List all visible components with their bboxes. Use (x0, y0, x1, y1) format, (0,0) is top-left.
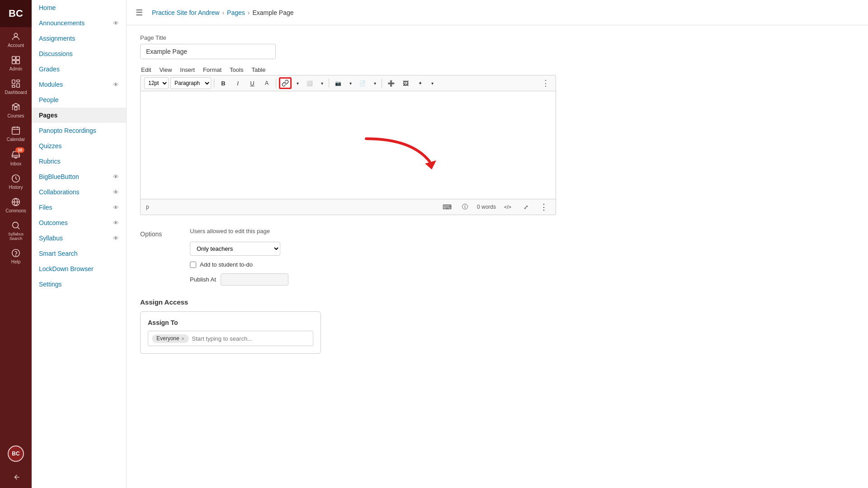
collaborations-eye-icon: 👁 (113, 189, 119, 196)
commons-icon (11, 197, 21, 207)
rail-item-history[interactable]: History (0, 169, 32, 192)
underline-button[interactable]: U (246, 77, 259, 89)
admin-icon (11, 55, 21, 65)
everyone-tag-remove[interactable]: × (181, 335, 185, 342)
rail-item-commons[interactable]: Commons (0, 192, 32, 216)
text-color-button[interactable]: A (260, 77, 273, 89)
rail-item-inbox[interactable]: 10 Inbox (0, 145, 32, 169)
breadcrumb-sep2: › (248, 9, 250, 16)
nav-assignments[interactable]: Assignments (32, 31, 126, 46)
publish-at-row: Publish At (190, 273, 288, 286)
options-label: Options (140, 228, 176, 238)
student-todo-checkbox[interactable] (190, 262, 196, 268)
italic-button[interactable]: I (231, 77, 244, 89)
accessibility-button[interactable]: ✦ (414, 77, 426, 89)
student-todo-label: Add to student to-do (200, 261, 253, 268)
editor-toolbar: 12pt14pt18pt ParagraphHeading 1Heading 2… (140, 75, 556, 91)
svg-rect-6 (17, 80, 19, 82)
nav-syllabus[interactable]: Syllabus 👁 (32, 230, 126, 246)
embed-dropdown-button[interactable]: ▾ (318, 77, 326, 89)
word-count: 0 words (477, 204, 496, 210)
link-icon (282, 80, 289, 87)
rail-item-account-label: Account (8, 43, 24, 48)
menu-table[interactable]: Table (251, 66, 265, 73)
nav-settings[interactable]: Settings (32, 277, 126, 292)
rail-item-courses[interactable]: Courses (0, 98, 32, 121)
toolbar-sep-4 (382, 79, 382, 88)
more-options-button[interactable]: ⋮ (539, 77, 552, 89)
bold-button[interactable]: B (217, 77, 230, 89)
nav-modules[interactable]: Modules 👁 (32, 77, 126, 92)
rail-item-dashboard[interactable]: Dashboard (0, 74, 32, 98)
html-source-button[interactable]: </> (501, 201, 514, 213)
nav-bigbluebutton[interactable]: BigBlueButton 👁 (32, 169, 126, 184)
link-dropdown-button[interactable]: ▾ (293, 77, 302, 89)
document-button[interactable]: 📄 (356, 77, 369, 89)
breadcrumb-site[interactable]: Practice Site for Andrew (152, 9, 219, 16)
main-area: ☰ Practice Site for Andrew › Pages › Exa… (127, 0, 868, 488)
accessibility-checker-button[interactable]: ⓘ (459, 201, 472, 213)
breadcrumb-section[interactable]: Pages (227, 9, 245, 16)
svg-point-13 (13, 222, 19, 228)
everyone-tag: Everyone × (152, 334, 189, 343)
paragraph-style-select[interactable]: ParagraphHeading 1Heading 2 (170, 77, 211, 89)
nav-rubrics[interactable]: Rubrics (32, 154, 126, 169)
assign-box: Assign To Everyone × (140, 311, 321, 354)
rail-item-admin[interactable]: Admin (0, 51, 32, 74)
rail-item-help[interactable]: Help (0, 244, 32, 267)
document-dropdown-button[interactable]: ▾ (371, 77, 379, 89)
svg-rect-10 (12, 127, 20, 135)
editor-wrap: Edit View Insert Format Tools Table 12pt… (140, 66, 556, 215)
users-allowed-select[interactable]: Only teachers Teachers and students Anyo… (190, 242, 280, 256)
nav-pages[interactable]: Pages (32, 108, 126, 123)
rail-collapse[interactable] (0, 468, 32, 484)
rail-item-account[interactable]: Account (0, 27, 32, 51)
embed-button[interactable]: ⬜ (303, 77, 316, 89)
rail-item-calendar[interactable]: Calendar (0, 121, 32, 145)
editor-path-text: p (146, 204, 149, 210)
editor-body[interactable] (140, 91, 556, 199)
menu-insert[interactable]: Insert (180, 66, 195, 73)
nav-lockdown-browser[interactable]: LockDown Browser (32, 261, 126, 277)
content-button[interactable]: ➕ (385, 77, 397, 89)
more-footer-button[interactable]: ⋮ (538, 201, 550, 213)
rail-item-dashboard-label: Dashboard (5, 90, 27, 95)
everyone-tag-label: Everyone (156, 335, 179, 342)
media-button[interactable]: 📷 (332, 77, 344, 89)
accessibility-dropdown-button[interactable]: ▾ (428, 77, 436, 89)
nav-quizzes[interactable]: Quizzes (32, 138, 126, 154)
nav-home[interactable]: Home (32, 0, 126, 15)
menu-edit[interactable]: Edit (141, 66, 151, 73)
nav-files[interactable]: Files 👁 (32, 200, 126, 215)
menu-format[interactable]: Format (203, 66, 222, 73)
assign-search-input[interactable] (192, 335, 309, 342)
nav-people[interactable]: People (32, 92, 126, 108)
keyboard-shortcut-button[interactable]: ⌨ (441, 201, 453, 213)
toolbar-sep-2 (276, 79, 276, 88)
rail-item-courses-label: Courses (7, 113, 24, 118)
fullscreen-button[interactable]: ⤢ (519, 201, 532, 213)
link-button[interactable] (279, 77, 292, 89)
menu-tools[interactable]: Tools (230, 66, 243, 73)
menu-view[interactable]: View (159, 66, 172, 73)
avatar[interactable]: BC (8, 446, 24, 462)
nav-collaborations[interactable]: Collaborations 👁 (32, 184, 126, 200)
nav-discussions[interactable]: Discussions (32, 46, 126, 61)
image-button[interactable]: 🖼 (399, 77, 412, 89)
nav-announcements[interactable]: Announcements 👁 (32, 15, 126, 31)
rail-user-avatar[interactable]: BC (0, 441, 32, 465)
publish-at-input[interactable] (221, 273, 288, 286)
nav-grades[interactable]: Grades (32, 61, 126, 77)
font-size-select[interactable]: 12pt14pt18pt (144, 77, 169, 89)
assign-access-title: Assign Access (140, 298, 556, 306)
nav-outcomes[interactable]: Outcomes 👁 (32, 215, 126, 230)
rail-item-syllabus-search[interactable]: Syllabus Search (0, 216, 32, 244)
nav-panopto[interactable]: Panopto Recordings (32, 123, 126, 138)
nav-smart-search[interactable]: Smart Search (32, 246, 126, 261)
hamburger-menu[interactable]: ☰ (136, 8, 143, 18)
rail-item-help-label: Help (11, 259, 21, 264)
page-title-input[interactable] (140, 44, 276, 59)
users-allowed-label: Users allowed to edit this page (190, 228, 288, 235)
rail-item-history-label: History (9, 185, 23, 190)
media-dropdown-button[interactable]: ▾ (346, 77, 354, 89)
